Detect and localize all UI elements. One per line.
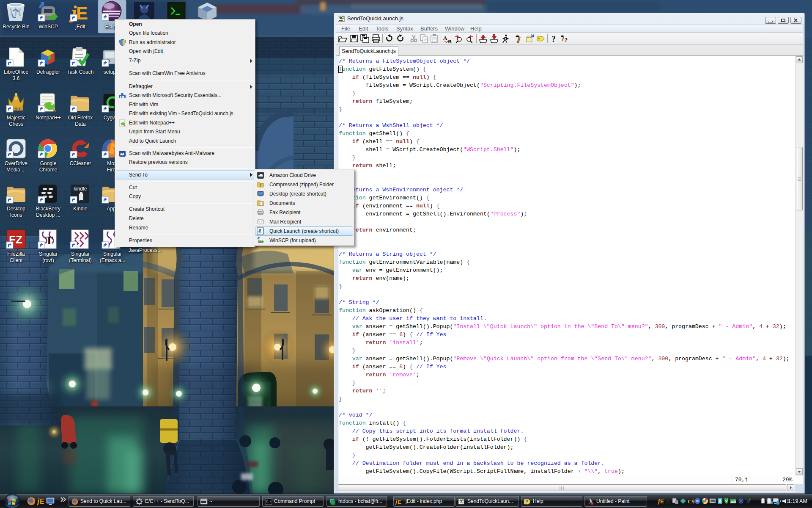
svg-text:C:\: C:\	[266, 500, 272, 503]
svg-text:E: E	[660, 498, 664, 505]
svg-text:E: E	[76, 3, 88, 23]
svg-text:B: B	[448, 38, 452, 44]
svg-text:?: ?	[525, 499, 528, 504]
svg-text:T: T	[45, 234, 53, 247]
svg-text:E: E	[40, 498, 44, 505]
svg-text:kindle: kindle	[74, 186, 87, 192]
svg-text:C$: C$	[688, 498, 694, 505]
svg-text:j: j	[395, 499, 397, 505]
svg-text:A: A	[443, 35, 447, 41]
svg-text:?: ?	[565, 37, 568, 44]
svg-text:E: E	[398, 499, 401, 505]
svg-text:?: ?	[551, 34, 556, 44]
